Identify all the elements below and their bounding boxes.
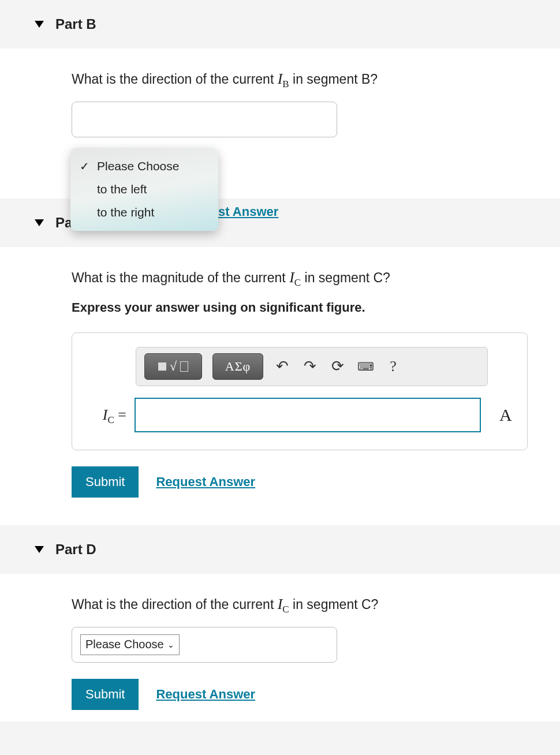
square-icon <box>158 362 166 371</box>
answer-box: √ ΑΣφ ↶ ↷ ⟳ ⌨ ? IC = A <box>72 332 528 450</box>
part-d-body: What is the direction of the current IC … <box>0 574 560 722</box>
chevron-down-icon: ⌄ <box>167 640 174 649</box>
answer-label: IC = <box>84 406 126 424</box>
templates-button[interactable]: √ <box>144 353 202 380</box>
submit-button[interactable]: Submit <box>72 679 139 710</box>
answer-label-eq: = <box>114 406 126 423</box>
question-sub: C <box>282 604 289 615</box>
keyboard-icon[interactable]: ⌨ <box>357 360 374 373</box>
equation-toolbar: √ ΑΣφ ↶ ↷ ⟳ ⌨ ? <box>136 347 488 386</box>
question-text-pre: What is the magnitude of the current <box>72 270 289 285</box>
question-text-pre: What is the direction of the current <box>72 72 278 87</box>
answer-input-row: IC = A <box>84 398 516 432</box>
question-text-post: in segment C? <box>289 597 379 612</box>
direction-select-inner[interactable]: Please Choose ⌄ <box>80 634 180 655</box>
chevron-down-icon <box>35 546 44 553</box>
request-answer-link[interactable]: Request Answer <box>156 474 255 489</box>
dropdown-option-left[interactable]: to the left <box>70 178 218 201</box>
direction-select-container[interactable] <box>72 102 337 137</box>
chevron-down-icon <box>35 219 44 226</box>
greek-button[interactable]: ΑΣφ <box>212 353 263 380</box>
part-d-title: Part D <box>55 541 96 558</box>
part-c-body: What is the magnitude of the current IC … <box>0 247 560 525</box>
question-sub: B <box>282 79 289 89</box>
request-answer-link-partial[interactable]: st Answer <box>218 204 278 219</box>
part-b-question: What is the direction of the current IB … <box>72 69 537 89</box>
question-text-pre: What is the direction of the current <box>72 597 278 612</box>
help-icon[interactable]: ? <box>384 358 402 375</box>
part-b-header[interactable]: Part B <box>0 0 560 48</box>
part-c-question: What is the magnitude of the current IC … <box>72 268 537 287</box>
answer-input[interactable] <box>135 398 481 432</box>
select-text: Please Choose <box>85 638 164 651</box>
question-text-post: in segment C? <box>301 270 390 285</box>
part-c-submit-row: Submit Request Answer <box>72 466 537 498</box>
part-b-title: Part B <box>55 16 96 32</box>
reset-icon[interactable]: ⟳ <box>329 357 346 375</box>
part-d-question: What is the direction of the current IC … <box>72 595 537 614</box>
undo-icon[interactable]: ↶ <box>274 357 291 375</box>
part-c-instruction: Express your answer using on significant… <box>72 300 537 315</box>
question-sub: C <box>294 277 301 288</box>
part-b-body: What is the direction of the current IB … <box>0 48 560 199</box>
chevron-down-icon <box>35 21 44 28</box>
question-text-post: in segment B? <box>289 72 378 87</box>
part-d-submit-row: Submit Request Answer <box>72 679 537 710</box>
submit-button[interactable]: Submit <box>72 466 139 498</box>
radical-icon: √ <box>170 359 177 374</box>
box-icon <box>180 361 188 372</box>
part-d-header[interactable]: Part D <box>0 525 560 574</box>
request-answer-link[interactable]: Request Answer <box>156 687 255 702</box>
question-var: I <box>289 269 294 286</box>
dropdown-option-right[interactable]: to the right <box>70 201 218 224</box>
redo-icon[interactable]: ↷ <box>301 357 319 375</box>
direction-dropdown-open: Please Choose to the left to the right <box>70 148 218 231</box>
direction-select[interactable]: Please Choose ⌄ <box>72 627 337 663</box>
answer-label-sub: C <box>107 414 114 425</box>
dropdown-option-placeholder[interactable]: Please Choose <box>70 155 218 178</box>
answer-unit: A <box>499 405 512 425</box>
